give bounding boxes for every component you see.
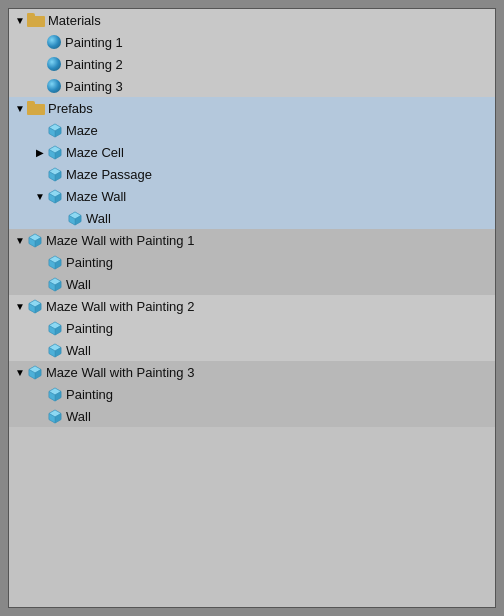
cube-icon (47, 276, 63, 292)
tree-item-label: Maze Wall with Painting 1 (46, 233, 194, 248)
tree-arrow[interactable] (13, 15, 27, 26)
cube-icon (47, 386, 63, 402)
tree-item-label: Wall (86, 211, 111, 226)
tree-arrow[interactable] (13, 367, 27, 378)
tree-arrow[interactable] (13, 301, 27, 312)
cube-icon (47, 320, 63, 336)
tree-item-label: Painting (66, 387, 113, 402)
folder-icon (27, 101, 45, 115)
cube-icon (47, 188, 63, 204)
project-panel[interactable]: MaterialsPainting 1Painting 2Painting 3P… (8, 8, 496, 608)
tree-item-wall-1a[interactable]: Wall (9, 273, 495, 295)
tree-item-maze-wall-painting1[interactable]: Maze Wall with Painting 1 (9, 229, 495, 251)
tree-arrow[interactable] (13, 103, 27, 114)
tree-item-label: Painting 2 (65, 57, 123, 72)
tree-item-painting2[interactable]: Painting 2 (9, 53, 495, 75)
tree-item-maze-wall-painting2[interactable]: Maze Wall with Painting 2 (9, 295, 495, 317)
tree-item-maze-wall-painting3[interactable]: Maze Wall with Painting 3 (9, 361, 495, 383)
tree-item-label: Maze Wall with Painting 3 (46, 365, 194, 380)
sphere-icon (47, 35, 61, 49)
tree-item-label: Wall (66, 409, 91, 424)
tree-item-maze[interactable]: Maze (9, 119, 495, 141)
tree-item-label: Painting (66, 255, 113, 270)
tree-item-wall-3a[interactable]: Wall (9, 405, 495, 427)
tree-item-label: Maze Wall (66, 189, 126, 204)
cube-icon (67, 210, 83, 226)
cube-icon (47, 122, 63, 138)
cube-icon (47, 254, 63, 270)
cube-icon (47, 144, 63, 160)
cube-icon (27, 364, 43, 380)
tree-item-painting-3a[interactable]: Painting (9, 383, 495, 405)
tree-item-label: Painting (66, 321, 113, 336)
tree-item-painting-2a[interactable]: Painting (9, 317, 495, 339)
tree-item-label: Maze Wall with Painting 2 (46, 299, 194, 314)
tree-item-materials-folder[interactable]: Materials (9, 9, 495, 31)
tree-item-painting-1a[interactable]: Painting (9, 251, 495, 273)
tree-item-painting1[interactable]: Painting 1 (9, 31, 495, 53)
tree-arrow[interactable] (13, 235, 27, 246)
cube-icon (27, 232, 43, 248)
tree-item-label: Wall (66, 277, 91, 292)
sphere-icon (47, 57, 61, 71)
tree-arrow[interactable] (33, 147, 47, 158)
tree-item-label: Painting 3 (65, 79, 123, 94)
cube-icon (47, 342, 63, 358)
tree-item-label: Maze Cell (66, 145, 124, 160)
tree-item-label: Painting 1 (65, 35, 123, 50)
tree-item-maze-wall[interactable]: Maze Wall (9, 185, 495, 207)
tree-item-label: Maze (66, 123, 98, 138)
tree-item-prefabs-folder[interactable]: Prefabs (9, 97, 495, 119)
tree-item-label: Wall (66, 343, 91, 358)
tree-item-label: Maze Passage (66, 167, 152, 182)
tree-arrow[interactable] (33, 191, 47, 202)
folder-icon (27, 13, 45, 27)
tree-item-wall-2a[interactable]: Wall (9, 339, 495, 361)
sphere-icon (47, 79, 61, 93)
tree-item-wall1[interactable]: Wall (9, 207, 495, 229)
tree-item-painting3[interactable]: Painting 3 (9, 75, 495, 97)
tree-item-maze-passage[interactable]: Maze Passage (9, 163, 495, 185)
cube-icon (47, 408, 63, 424)
cube-icon (27, 298, 43, 314)
tree-item-label: Prefabs (48, 101, 93, 116)
tree-item-maze-cell[interactable]: Maze Cell (9, 141, 495, 163)
cube-icon (47, 166, 63, 182)
tree-item-label: Materials (48, 13, 101, 28)
